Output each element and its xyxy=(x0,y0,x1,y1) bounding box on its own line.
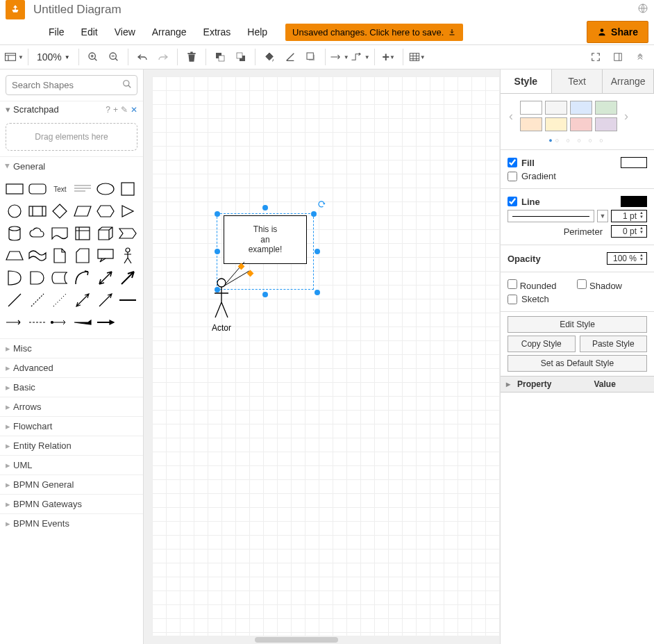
copy-style-button[interactable]: Copy Style xyxy=(508,336,576,352)
table-dropdown[interactable]: ▼ xyxy=(408,47,427,67)
category-misc[interactable]: ▸Misc xyxy=(0,338,143,358)
connection-dropdown[interactable]: ▼ xyxy=(330,47,349,67)
property-header[interactable]: ▸ Property Value xyxy=(501,376,654,393)
rounded-checkbox[interactable] xyxy=(508,279,517,289)
shape-bidir-thin[interactable] xyxy=(72,290,93,311)
shadow-button[interactable] xyxy=(301,47,321,67)
shape-rounded-rect[interactable] xyxy=(27,179,48,199)
rotate-handle[interactable] xyxy=(317,200,324,207)
category-advanced[interactable]: ▸Advanced xyxy=(0,358,143,377)
shape-step[interactable] xyxy=(117,223,138,244)
edit-style-button[interactable]: Edit Style xyxy=(508,316,647,333)
close-icon[interactable]: ✕ xyxy=(131,105,137,115)
shape-circle[interactable] xyxy=(4,201,25,222)
shape-cloud[interactable] xyxy=(27,223,48,244)
menu-file[interactable]: File xyxy=(42,22,72,42)
edit-icon[interactable]: ✎ xyxy=(121,105,128,115)
add-icon[interactable]: + xyxy=(113,105,118,115)
swatch-7[interactable] xyxy=(570,117,592,131)
category-arrows[interactable]: ▸Arrows xyxy=(0,397,143,416)
canvas-area[interactable]: This is an example! Actor xyxy=(144,69,500,644)
swatch-2[interactable] xyxy=(545,101,567,115)
swatch-3[interactable] xyxy=(570,101,592,115)
menu-edit[interactable]: Edit xyxy=(74,22,105,42)
tab-text[interactable]: Text xyxy=(552,69,603,93)
gradient-checkbox[interactable] xyxy=(508,172,517,181)
category-bpmn-general[interactable]: ▸BPMN General xyxy=(0,474,143,494)
tab-style[interactable]: Style xyxy=(501,69,552,93)
shape-connector4[interactable] xyxy=(49,312,70,333)
menu-view[interactable]: View xyxy=(108,22,142,42)
swatch-pager[interactable]: ●○ ○ ○ ○ ○ xyxy=(501,134,654,149)
shape-connector5[interactable] xyxy=(72,312,93,333)
line-color-picker[interactable] xyxy=(621,196,647,207)
opacity-stepper[interactable]: ▲▼ xyxy=(639,253,646,261)
delete-button[interactable] xyxy=(182,47,201,67)
to-front-button[interactable] xyxy=(210,47,230,67)
resize-handle-e[interactable] xyxy=(315,249,320,254)
insert-dropdown[interactable]: +▼ xyxy=(379,47,399,67)
fill-checkbox[interactable] xyxy=(508,158,517,167)
shape-ellipse[interactable] xyxy=(95,179,116,199)
category-general[interactable]: ▸General xyxy=(0,156,143,176)
view-dropdown[interactable]: ▼ xyxy=(4,47,24,67)
shape-or[interactable] xyxy=(4,267,25,288)
shape-internal-storage[interactable] xyxy=(72,223,93,244)
resize-handle-n[interactable] xyxy=(262,205,268,210)
undo-button[interactable] xyxy=(133,47,152,67)
zoom-dropdown[interactable]: 100%▼ xyxy=(33,51,74,63)
horizontal-scrollbar[interactable] xyxy=(255,637,338,643)
shape-cube[interactable] xyxy=(95,223,116,244)
shape-connector6[interactable] xyxy=(95,312,116,333)
category-bpmn-events[interactable]: ▸BPMN Events xyxy=(0,513,143,533)
shape-card[interactable] xyxy=(72,245,93,266)
category-basic[interactable]: ▸Basic xyxy=(0,377,143,397)
line-width-stepper[interactable]: ▲▼ xyxy=(639,210,646,219)
line-style-dropdown[interactable] xyxy=(508,210,594,222)
resize-handle-s[interactable] xyxy=(262,292,268,297)
actor-node[interactable] xyxy=(213,278,230,322)
shape-text[interactable]: Text xyxy=(49,179,70,199)
shape-connector3[interactable] xyxy=(27,312,48,333)
shape-connector2[interactable] xyxy=(4,312,25,333)
swatch-4[interactable] xyxy=(595,101,617,115)
shape-document[interactable] xyxy=(49,223,70,244)
shape-actor[interactable] xyxy=(117,245,138,266)
paste-style-button[interactable]: Paste Style xyxy=(580,336,648,352)
waypoint-dropdown[interactable]: ▼ xyxy=(351,47,370,67)
menu-arrange[interactable]: Arrange xyxy=(145,22,194,42)
category-bpmn-gateways[interactable]: ▸BPMN Gateways xyxy=(0,494,143,513)
shadow-checkbox[interactable] xyxy=(577,279,587,289)
shape-diamond[interactable] xyxy=(49,201,70,222)
language-icon[interactable] xyxy=(637,3,648,16)
shape-tape[interactable] xyxy=(27,245,48,266)
shape-triangle[interactable] xyxy=(117,201,138,222)
line-style-arrow[interactable]: ▼ xyxy=(597,210,608,222)
shape-dashed-line[interactable] xyxy=(27,290,48,311)
search-shapes-input[interactable] xyxy=(6,75,137,95)
shape-line[interactable] xyxy=(4,290,25,311)
default-style-button[interactable]: Set as Default Style xyxy=(508,355,647,372)
unsaved-changes-button[interactable]: Unsaved changes. Click here to save. xyxy=(285,24,463,41)
app-logo[interactable] xyxy=(6,0,25,19)
shape-bidir-arrow[interactable] xyxy=(95,267,116,288)
swatch-5[interactable] xyxy=(520,117,542,131)
resize-handle-se[interactable] xyxy=(315,290,320,295)
shape-and[interactable] xyxy=(27,267,48,288)
shape-connector1[interactable] xyxy=(117,290,138,311)
shape-process[interactable] xyxy=(27,201,48,222)
line-color-button[interactable] xyxy=(280,47,300,67)
scratchpad-header[interactable]: ▾ Scratchpad ? + ✎ ✕ xyxy=(0,101,143,117)
swatch-6[interactable] xyxy=(545,117,567,131)
category-entity-relation[interactable]: ▸Entity Relation xyxy=(0,436,143,455)
resize-handle-ne[interactable] xyxy=(311,211,317,217)
format-panel-toggle[interactable] xyxy=(608,47,628,67)
shape-thin-arrow[interactable] xyxy=(95,290,116,311)
swatch-prev[interactable]: ‹ xyxy=(506,109,516,124)
shape-data-storage[interactable] xyxy=(49,267,70,288)
tab-arrange[interactable]: Arrange xyxy=(603,69,654,93)
shape-hexagon[interactable] xyxy=(95,201,116,222)
collapse-button[interactable] xyxy=(630,47,650,67)
rectangle-node[interactable]: This is an example! xyxy=(224,215,307,264)
shape-trapezoid[interactable] xyxy=(4,245,25,266)
